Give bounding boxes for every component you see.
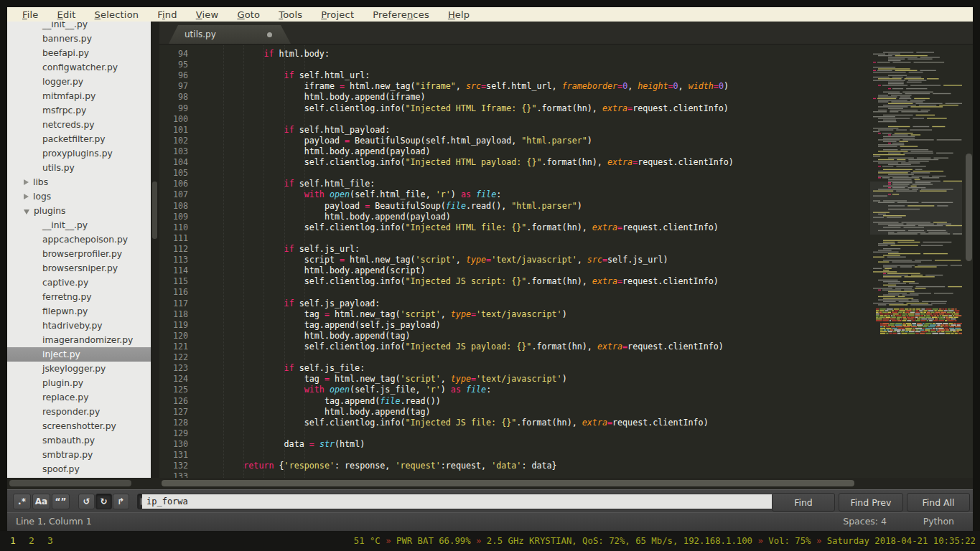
code-line-127[interactable]: 127 html.body.append(tag): [159, 407, 973, 418]
code-line-108[interactable]: 108 payload = BeautifulSoup(file.read(),…: [159, 201, 973, 212]
find-input[interactable]: [141, 494, 773, 509]
menu-selection[interactable]: Selection: [85, 9, 149, 20]
minimap[interactable]: [870, 47, 962, 376]
code-line-101[interactable]: 101 if self.html_payload:: [159, 125, 973, 136]
code-line-94[interactable]: 94 if html.body:: [159, 49, 973, 60]
code-line-102[interactable]: 102 payload = BeautifulSoup(self.html_pa…: [159, 136, 973, 146]
code-line-100[interactable]: 100: [159, 114, 973, 125]
sidebar-folder-libs[interactable]: libs: [7, 175, 151, 189]
code-line-128[interactable]: 128 self.clientlog.info("Injected JS fil…: [159, 418, 973, 428]
code-line-106[interactable]: 106 if self.html_file:: [159, 179, 973, 189]
sidebar-item-filepwn-py[interactable]: filepwn.py: [7, 304, 151, 319]
sidebar-folder-plugins[interactable]: plugins: [7, 204, 151, 218]
code-line-96[interactable]: 96 if self.html_url:: [159, 70, 973, 81]
code-line-116[interactable]: 116: [159, 287, 973, 298]
sidebar-scrollbar-thumb[interactable]: [152, 182, 157, 239]
sidebar-item-logger-py[interactable]: logger.py: [7, 75, 151, 89]
workspace-3[interactable]: 3: [47, 531, 53, 551]
menu-project[interactable]: Project: [312, 9, 363, 20]
code-line-126[interactable]: 126 tag.append(file.read()): [159, 396, 973, 407]
code-line-112[interactable]: 112 if self.js_url:: [159, 244, 973, 255]
code-line-119[interactable]: 119 tag.append(self.js_payload): [159, 320, 973, 331]
find-prev-button[interactable]: Find Prev: [839, 493, 903, 512]
workspace-2[interactable]: 2: [29, 531, 34, 551]
code-line-104[interactable]: 104 self.clientlog.info("Injected HTML p…: [159, 157, 973, 168]
menu-help[interactable]: Help: [439, 9, 479, 20]
toggle-preserve-case[interactable]: ↱: [113, 494, 129, 509]
code-line-97[interactable]: 97 iframe = html.new_tag("iframe", src=s…: [159, 81, 973, 92]
sidebar-item-proxyplugins-py[interactable]: proxyplugins.py: [7, 146, 151, 161]
sidebar-item-appcachepoison-py[interactable]: appcachepoison.py: [7, 232, 151, 247]
code-line-103[interactable]: 103 html.body.append(payload): [159, 146, 973, 157]
editor-hscroll-thumb[interactable]: [162, 480, 854, 486]
sidebar-item-ferretng-py[interactable]: ferretng.py: [7, 290, 151, 304]
sidebar-item-netcreds-py[interactable]: netcreds.py: [7, 118, 151, 132]
code-line-133[interactable]: 133: [159, 471, 973, 478]
sidebar-item-mitmfapi-py[interactable]: mitmfapi.py: [7, 89, 151, 103]
code-line-111[interactable]: 111: [159, 233, 973, 244]
toggle-in-selection[interactable]: ↻: [95, 494, 112, 509]
code-line-123[interactable]: 123 if self.js_file:: [159, 363, 973, 374]
code-line-118[interactable]: 118 tag = html.new_tag('script', type='t…: [159, 309, 973, 320]
sidebar-item-captive-py[interactable]: captive.py: [7, 276, 151, 290]
sidebar-item-beefapi-py[interactable]: beefapi.py: [7, 46, 151, 60]
indent-setting[interactable]: Spaces: 4: [843, 516, 887, 527]
editor-vertical-scrollbar-thumb[interactable]: [966, 154, 972, 261]
sidebar[interactable]: __init__.pybanners.pybeefapi.pyconfigwat…: [7, 22, 151, 478]
code-line-131[interactable]: 131: [159, 450, 973, 461]
menu-edit[interactable]: Edit: [48, 9, 85, 20]
sidebar-item-htadriveby-py[interactable]: htadriveby.py: [7, 319, 151, 333]
sidebar-item-utils-py[interactable]: utils.py: [7, 161, 151, 175]
menu-find[interactable]: Find: [148, 9, 186, 20]
sidebar-item-jskeylogger-py[interactable]: jskeylogger.py: [7, 362, 151, 376]
tab-utils-py[interactable]: utils.py: [169, 25, 291, 44]
toggle-whole-word[interactable]: “”: [52, 494, 70, 509]
code-line-117[interactable]: 117 if self.js_payload:: [159, 298, 973, 309]
code-line-132[interactable]: 132 return {'response': response, 'reque…: [159, 461, 973, 471]
sidebar-folder-logs[interactable]: logs: [7, 189, 151, 204]
code-line-114[interactable]: 114 html.body.append(script): [159, 265, 973, 276]
sidebar-item-msfrpc-py[interactable]: msfrpc.py: [7, 103, 151, 118]
code-line-122[interactable]: 122: [159, 352, 973, 363]
menu-preferences[interactable]: Preferences: [363, 9, 439, 20]
toggle-regex[interactable]: .*: [13, 494, 31, 509]
sidebar-item-browserprofiler-py[interactable]: browserprofiler.py: [7, 247, 151, 261]
syntax-mode[interactable]: Python: [923, 516, 954, 527]
code-line-110[interactable]: 110 self.clientlog.info("Injected HTML f…: [159, 222, 973, 233]
menu-file[interactable]: File: [13, 9, 48, 20]
sidebar-hscroll-thumb[interactable]: [9, 480, 131, 486]
code-line-113[interactable]: 113 script = html.new_tag('script', type…: [159, 255, 973, 265]
sidebar-item-configwatcher-py[interactable]: configwatcher.py: [7, 60, 151, 75]
sidebar-item-spoof-py[interactable]: spoof.py: [7, 462, 151, 476]
code-line-115[interactable]: 115 self.clientlog.info("Injected JS scr…: [159, 276, 973, 287]
code-line-109[interactable]: 109 html.body.append(payload): [159, 212, 973, 222]
menu-tools[interactable]: Tools: [269, 9, 312, 20]
toggle-wrap[interactable]: ↺: [78, 494, 95, 509]
menu-goto[interactable]: Goto: [228, 9, 269, 20]
code-line-95[interactable]: 95: [159, 60, 973, 70]
sidebar-item-browsersniper-py[interactable]: browsersniper.py: [7, 261, 151, 276]
sidebar-item-packetfilter-py[interactable]: packetfilter.py: [7, 132, 151, 146]
code-line-98[interactable]: 98 html.body.append(iframe): [159, 92, 973, 103]
find-all-button[interactable]: Find All: [907, 493, 970, 512]
toggle-case-sensitive[interactable]: Aa: [32, 494, 50, 509]
sidebar-scrollbar-track[interactable]: [151, 22, 159, 478]
workspace-1[interactable]: 1: [10, 531, 16, 551]
sidebar-item-screenshotter-py[interactable]: screenshotter.py: [7, 419, 151, 433]
sidebar-item-imagerandomizer-py[interactable]: imagerandomizer.py: [7, 333, 151, 347]
code-line-124[interactable]: 124 tag = html.new_tag('script', type='t…: [159, 374, 973, 385]
sidebar-item-banners-py[interactable]: banners.py: [7, 32, 151, 46]
sidebar-item--init-py[interactable]: __init__.py: [7, 22, 151, 32]
sidebar-item-replace-py[interactable]: replace.py: [7, 390, 151, 405]
find-button[interactable]: Find: [772, 493, 835, 512]
sidebar-item-plugin-py[interactable]: plugin.py: [7, 376, 151, 390]
menu-view[interactable]: View: [187, 9, 228, 20]
code-line-120[interactable]: 120 html.body.append(tag): [159, 331, 973, 342]
code-line-107[interactable]: 107 with open(self.html_file, 'r') as fi…: [159, 189, 973, 200]
sidebar-item-smbtrap-py[interactable]: smbtrap.py: [7, 448, 151, 462]
code-line-105[interactable]: 105: [159, 168, 973, 179]
code-line-129[interactable]: 129: [159, 428, 973, 439]
code-line-121[interactable]: 121 self.clientlog.info("Injected JS pay…: [159, 342, 973, 352]
sidebar-item-smbauth-py[interactable]: smbauth.py: [7, 433, 151, 448]
code-area[interactable]: 94 if html.body:9596 if self.html_url:97…: [159, 45, 973, 478]
